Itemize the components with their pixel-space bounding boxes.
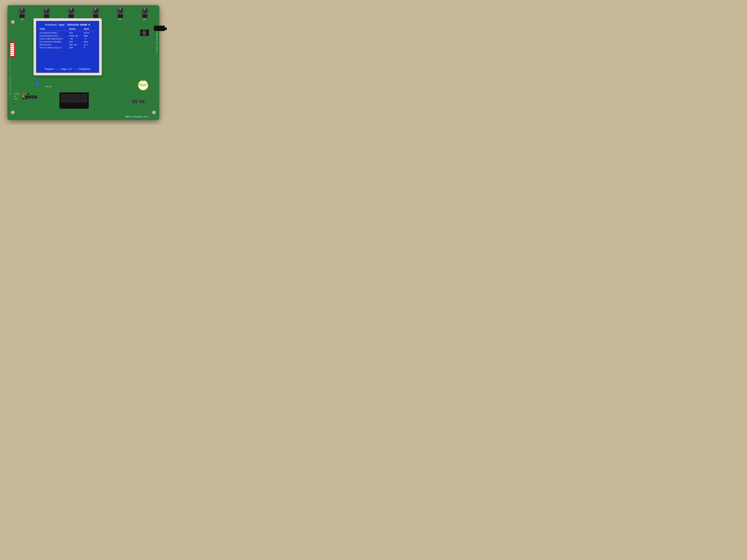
pin (35, 96, 36, 99)
power-on-label: — (146, 32, 148, 33)
table-row: ColdLiqdTemp(0105): -40 °C (40, 37, 96, 40)
row-unit-1: Rpm (84, 35, 95, 37)
table-row: AirPressure(010B): 255 Kpa (40, 41, 96, 43)
led-row-power: POWER (14, 93, 29, 95)
row-val-1: 2816.00 (69, 35, 84, 37)
header-unit: Unit (84, 28, 95, 30)
table-row: MAF(0110): 652.80 g/s (40, 44, 96, 46)
rb-pin (134, 100, 135, 103)
row-item-5: ThrottlePos(0111): (40, 47, 69, 49)
rb-pin (141, 100, 143, 103)
pin (30, 96, 31, 99)
row-unit-2: °C (84, 37, 95, 40)
dip-switch[interactable] (10, 42, 15, 57)
obd-connector[interactable] (59, 92, 89, 109)
obd-pin (81, 99, 84, 102)
header-item: Item (40, 28, 69, 30)
obd-pin (68, 99, 71, 102)
led-power-2 (25, 93, 26, 95)
pin (36, 96, 37, 99)
row-unit-4: g/s (84, 44, 95, 46)
lcd-screen: Protocol Type: ISO14230-4ADDR K Item Val… (36, 21, 99, 73)
table-row: EngineRpm(010C): 2816.00 Rpm (40, 35, 96, 37)
obd-pin (75, 99, 77, 102)
table-row: ThrottlePos(0111): 100 % (40, 47, 96, 49)
led-label-fault: FAULT (14, 98, 21, 100)
lcd-display: Protocol Type: ISO14230-4ADDR K Item Val… (33, 18, 102, 76)
page-navigation: PageUp<---- Page:1/3 ---->PageDown (36, 68, 99, 71)
left-panel: 1 2 3 4 5 6 7 GND VCC CLK MOSI RES DC BL… (10, 42, 15, 95)
row-item-4: MAF(0110): (40, 44, 69, 46)
obd-pin (68, 94, 71, 98)
led-label-tr: T/R (14, 96, 21, 97)
power-switch[interactable]: O — (140, 29, 149, 36)
mount-hole-bl (11, 110, 15, 114)
led-tr-1 (22, 96, 24, 97)
table-row: CarSpeed(010D): 255 Km/H (40, 32, 96, 34)
obd-pin (81, 94, 84, 98)
cable-wire (156, 27, 167, 30)
row-item-3: AirPressure(010B): (40, 41, 69, 43)
rb-pin (132, 100, 134, 103)
obd-pin (65, 99, 67, 102)
header-value: Value (69, 28, 84, 30)
row-val-5: 100 (69, 47, 84, 49)
pin (32, 96, 33, 99)
board-label: OBD II Simulator V4.0 (125, 115, 148, 118)
row-val-2: -40 (69, 37, 84, 40)
row-item-0: CarSpeed(010D): (40, 32, 69, 34)
row-val-4: 652.80 (69, 44, 84, 46)
rb-pin (143, 100, 145, 103)
component-sm-2 (125, 20, 128, 21)
led-power-1 (22, 93, 24, 95)
right-bottom-pins (132, 100, 145, 103)
pcb-board: 1 2 3 4 5 6 7 GND VCC CLK MOSI RES DC BL… (7, 5, 159, 120)
pin (27, 96, 28, 99)
power-off-label: O (141, 32, 142, 33)
obd-pin (71, 99, 74, 102)
encoder-3[interactable] (68, 7, 75, 20)
obd-pin (61, 99, 64, 102)
mount-hole-br (152, 110, 156, 114)
row-val-3: 255 (69, 41, 84, 43)
pin (29, 96, 30, 99)
obd-pin (71, 94, 74, 98)
lcd-type-label: 2.4'TFT_LCD 240*320, RGB (156, 27, 158, 53)
obd-pin (84, 94, 87, 98)
row-unit-0: Km/H (84, 32, 95, 34)
sticker-text: REMOVE AFTER WASHING (138, 84, 148, 87)
obd-pin (84, 99, 87, 102)
encoder-1[interactable] (19, 7, 26, 20)
row-val-0: 255 (69, 32, 84, 34)
mount-hole-tl (11, 20, 15, 24)
encoder-2[interactable] (43, 7, 50, 20)
row-unit-5: % (84, 47, 95, 49)
obd-pin (78, 94, 80, 98)
encoders-row (19, 7, 148, 20)
obd-pin (65, 94, 67, 98)
led-power-3 (28, 93, 29, 95)
remove-sticker: REMOVE AFTER WASHING (138, 80, 148, 90)
lcd-header-row: Item Value Unit (40, 28, 96, 31)
pin (33, 96, 34, 99)
row-item-2: ColdLiqdTemp(0105): (40, 37, 69, 40)
protocol-line: Protocol Type: ISO14230-4ADDR K (40, 24, 96, 26)
row-unit-3: Kpa (84, 41, 95, 43)
encoder-6[interactable] (141, 7, 148, 20)
blue-jumper[interactable] (35, 82, 39, 86)
pin (26, 96, 27, 99)
component-sm-1 (129, 20, 132, 21)
rb-pin (139, 100, 141, 103)
bottom-pin-header (26, 96, 37, 99)
encoder-4[interactable] (92, 7, 99, 20)
obd-pin (78, 99, 80, 102)
led-label-power: POWER (14, 93, 21, 95)
led-fault-1 (22, 98, 24, 100)
obd-pin (75, 94, 77, 98)
fault-sw-label: Fault SW (45, 86, 51, 87)
encoder-5[interactable] (117, 7, 124, 20)
obd-pin (61, 94, 64, 98)
rb-pin (136, 100, 137, 103)
row-item-1: EngineRpm(010C): (40, 35, 69, 37)
